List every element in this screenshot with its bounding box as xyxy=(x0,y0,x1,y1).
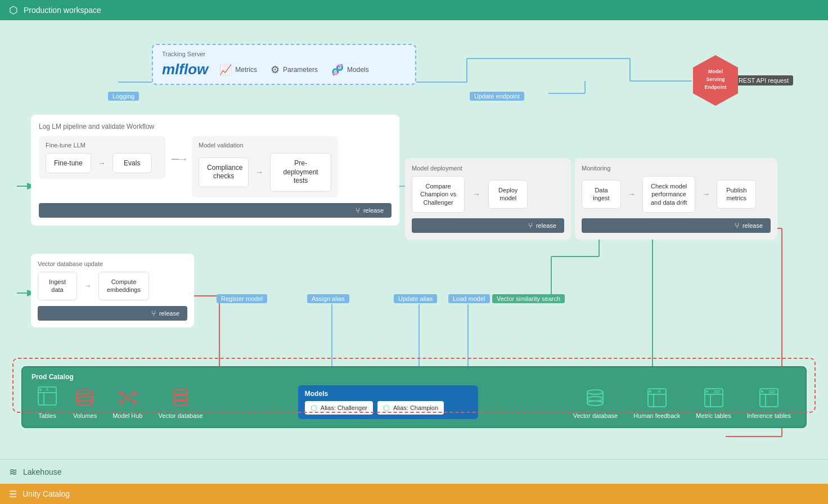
volumes-label: Volumes xyxy=(73,412,97,419)
assign-alias-badge: Assign alias xyxy=(307,294,349,303)
workspace-icon: ⬡ xyxy=(9,4,18,16)
tracking-server-label: Tracking Server xyxy=(162,51,406,57)
svg-text:Model: Model xyxy=(708,69,723,74)
svg-point-38 xyxy=(39,389,42,391)
svg-point-65 xyxy=(587,401,603,406)
mlflow-models: 🧬 Models xyxy=(331,64,369,76)
catalog-vector-db-right: Vector database xyxy=(568,388,624,419)
tables-label: Tables xyxy=(38,412,56,419)
arrow5: → xyxy=(702,190,710,199)
fine-tune-step2: Evals xyxy=(112,153,152,173)
svg-point-43 xyxy=(77,397,93,401)
svg-line-54 xyxy=(123,399,126,402)
release-label-1: release xyxy=(363,207,384,214)
model-deployment-box: Model deployment Compare Champion vs Cha… xyxy=(405,158,571,240)
unity-catalog-icon: ☰ xyxy=(9,489,17,500)
svg-text:Serving: Serving xyxy=(706,76,724,82)
monitoring-box: Monitoring Data ingest → Check model per… xyxy=(575,158,777,240)
hexagon-shape: Model Serving Endpoint xyxy=(693,55,738,106)
alias-challenger: ⬡ Alias: Challenger xyxy=(305,401,373,415)
arrow2: → xyxy=(255,168,263,177)
catalog-metric-tables: Metric tables xyxy=(690,388,736,419)
publish-metrics: Publish metrics xyxy=(717,180,756,209)
top-bar: ⬡ Production workspace xyxy=(0,0,828,20)
fine-tune-step1: Fine-tune xyxy=(46,153,91,173)
vector-similarity-badge: Vector similarity search xyxy=(492,294,565,303)
vector-db-icon xyxy=(170,388,191,410)
alias-champion: ⬡ Alias: Champion xyxy=(377,401,444,415)
human-feedback-icon: A xyxy=(647,388,667,410)
svg-text:A: A xyxy=(658,389,661,394)
svg-point-80 xyxy=(761,390,763,393)
svg-text:Endpoint: Endpoint xyxy=(705,84,727,90)
svg-line-55 xyxy=(129,399,133,402)
rest-api-badge: REST API request xyxy=(734,75,793,86)
model-validation-section: Model validation Compliance checks → Pre… xyxy=(192,136,338,197)
model-serving-endpoint: Model Serving Endpoint xyxy=(693,55,738,106)
update-alias-badge: Update alias xyxy=(394,294,437,303)
ingest-data: Ingest data xyxy=(38,272,77,300)
vector-db-title: Vector database update xyxy=(38,260,187,267)
check-model-performance: Check model performance and data drift xyxy=(642,176,695,213)
mlflow-metrics: 📈 Metrics xyxy=(219,64,257,76)
catalog-human-feedback: A Human feedback xyxy=(628,388,686,419)
workflow-box: Log LM pipeline and validate Workflow Fi… xyxy=(31,115,399,226)
mlflow-box: Tracking Server mlflow 📈 Metrics ⚙ Param… xyxy=(152,44,416,85)
release-label-4: release xyxy=(159,310,179,317)
release-label-3: release xyxy=(742,222,763,229)
release-icon-1: ⑂ xyxy=(356,206,360,215)
vector-db-right-icon xyxy=(585,388,605,410)
svg-line-52 xyxy=(123,394,126,397)
deploy-title: Model deployment xyxy=(412,165,564,172)
svg-point-50 xyxy=(119,400,123,404)
workflow-title: Log LM pipeline and validate Workflow xyxy=(39,123,392,130)
svg-text:A: A xyxy=(46,387,49,392)
metric-tables-label: Metric tables xyxy=(696,412,731,419)
release-label-2: release xyxy=(536,222,556,229)
monitor-release-bar: ⑂ release xyxy=(582,218,771,233)
unity-catalog-title: Unity Catalog xyxy=(22,489,70,498)
logging-badge: Logging xyxy=(108,92,139,101)
catalog-volumes: Volumes xyxy=(68,388,102,419)
mlflow-parameters: ⚙ Parameters xyxy=(271,64,318,76)
svg-point-49 xyxy=(133,392,136,395)
arrow3: → xyxy=(472,190,480,199)
compute-embeddings: Compute embeddings xyxy=(98,272,149,300)
svg-point-46 xyxy=(77,401,93,406)
prod-catalog: Prod Catalog A Tables xyxy=(21,366,807,428)
data-ingest: Data ingest xyxy=(582,180,621,209)
svg-point-69 xyxy=(649,390,651,393)
update-endpoint-badge: Update endpoint xyxy=(470,92,524,101)
svg-point-40 xyxy=(77,390,93,394)
deploy-model: Deploy model xyxy=(488,180,528,209)
svg-point-74 xyxy=(706,390,708,393)
svg-line-53 xyxy=(129,394,133,397)
volumes-icon xyxy=(75,388,95,410)
svg-point-62 xyxy=(587,397,603,401)
model-hub-icon xyxy=(118,388,138,410)
arrow6: → xyxy=(84,281,92,290)
champion-icon: ⬡ xyxy=(383,403,390,412)
compare-champion: Compare Champion vs Challenger xyxy=(412,176,465,213)
models-section: Models ⬡ Alias: Challenger ⬡ Alias: Cham… xyxy=(298,385,478,419)
release-icon-2: ⑂ xyxy=(528,221,533,230)
svg-rect-58 xyxy=(174,401,187,406)
svg-point-51 xyxy=(133,400,136,404)
svg-rect-56 xyxy=(174,390,187,394)
arrow1: → xyxy=(98,159,106,168)
metric-tables-icon xyxy=(704,388,724,410)
workflow-release-bar: ⑂ release xyxy=(39,203,392,218)
inference-tables-label: Inference tables xyxy=(747,412,791,419)
monitoring-title: Monitoring xyxy=(582,165,771,172)
release-icon-4: ⑂ xyxy=(151,309,156,318)
human-feedback-label: Human feedback xyxy=(633,412,680,419)
model-hub-label: Model Hub xyxy=(112,412,142,419)
catalog-vector-db: Vector database xyxy=(152,388,209,419)
model-val-title: Model validation xyxy=(199,142,331,148)
dashed-connector: - - -→ xyxy=(171,136,186,170)
tables-icon: A xyxy=(37,386,57,410)
challenger-icon: ⬡ xyxy=(310,403,317,412)
catalog-inference-tables: Inference tables xyxy=(741,388,796,419)
lakehouse-title: Lakehouse xyxy=(23,467,62,476)
inference-tables-icon xyxy=(759,388,779,410)
